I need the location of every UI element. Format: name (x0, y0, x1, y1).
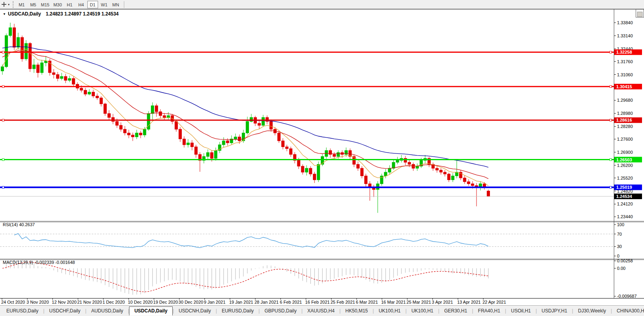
symbol-tab-usdjpy-h1[interactable]: USDJPY,H1 (537, 307, 572, 315)
candle (487, 191, 490, 196)
price-tick-label: 1.27600 (617, 137, 633, 142)
timeframe-button-m15[interactable]: M15 (39, 1, 51, 8)
price-tick-label: 1.24120 (617, 202, 633, 206)
symbol-tab-usdcad-daily[interactable]: USDCAD,Daily (129, 306, 172, 316)
symbol-tab-fra40-h1[interactable]: FRA40,H1 (473, 307, 505, 315)
hline-handle[interactable] (2, 159, 4, 161)
candle (262, 118, 264, 126)
candle (357, 164, 359, 168)
scroll-button[interactable] (637, 12, 642, 17)
hline-handle[interactable] (610, 119, 612, 121)
symbol-tab-dj30-weekly[interactable]: DJ30,Weekly (573, 307, 611, 315)
symbol-tab-china300-h1[interactable]: CHINA300,H1 (612, 307, 644, 315)
candle (80, 88, 83, 90)
candle (179, 129, 181, 139)
symbol-tab-gbpusd-daily[interactable]: GBPUSD,Daily (260, 307, 301, 315)
price-tick-label: 1.26200 (617, 163, 633, 168)
date-label: 19 Jan 2021 (229, 300, 253, 304)
candle (88, 92, 91, 94)
current-price-badge-label: 1.24534 (616, 194, 632, 199)
candle (467, 182, 470, 184)
candle (436, 168, 438, 170)
candle (214, 151, 217, 159)
symbol-tab-usdcnh-daily[interactable]: USDCNH,Daily (174, 307, 216, 315)
symbol-tab-audusd-daily[interactable]: AUDUSD,Daily (87, 307, 128, 315)
hline-handle[interactable] (610, 51, 612, 53)
candle (258, 123, 260, 125)
rsi-scale-label: 30 (617, 244, 622, 249)
candle (471, 184, 474, 186)
candle (238, 137, 241, 141)
candle (463, 178, 466, 182)
price-badge-label: 1.28616 (616, 118, 632, 122)
candle (21, 37, 23, 59)
symbol-tab-eurusd-daily[interactable]: EURUSD,Daily (217, 307, 258, 315)
candle (120, 125, 122, 129)
timeframe-toolbar: ▾ M1M5M15M30H1H4D1W1MN (0, 0, 644, 9)
timeframe-button-mn[interactable]: MN (110, 1, 121, 8)
timeframe-button-w1[interactable]: W1 (99, 1, 110, 8)
chevron-down-icon[interactable]: ▾ (8, 3, 10, 6)
hline-handle[interactable] (2, 51, 4, 53)
candle (206, 153, 209, 157)
candle (337, 153, 339, 157)
trading-terminal-window: ▾ M1M5M15M30H1H4D1W1MN 1.338401.331401.3… (0, 0, 644, 316)
candle (246, 121, 249, 133)
date-label: 19 Dec 2020 (153, 300, 178, 304)
hline-handle[interactable] (610, 85, 612, 87)
candle (1, 67, 4, 71)
hline-handle[interactable] (610, 186, 612, 188)
candle (408, 162, 411, 164)
hline-handle[interactable] (2, 186, 4, 188)
timeframe-button-h1[interactable]: H1 (64, 1, 75, 8)
candle (135, 133, 138, 137)
candle (187, 143, 189, 145)
date-label: 28 Jan 2021 (255, 300, 279, 304)
price-tick-label: 1.28980 (617, 111, 633, 116)
symbol-tab-usoil-h1[interactable]: USOil,H1 (506, 307, 536, 315)
price-chart: 1.338401.331401.324401.317601.310601.303… (0, 9, 644, 305)
symbol-tab-uk100-h1[interactable]: UK100,H1 (407, 307, 438, 315)
candle (104, 104, 106, 113)
toolbar-grip[interactable] (13, 1, 13, 8)
rsi-scale-label: 70 (617, 232, 622, 237)
candle (139, 133, 142, 135)
candle (84, 90, 87, 94)
price-tick-label: 1.31060 (617, 72, 633, 77)
candle (226, 141, 229, 143)
symbol-tab-usdchf-daily[interactable]: USDCHF,Daily (44, 307, 85, 315)
price-tick-label: 1.31760 (617, 59, 633, 64)
crosshair-icon[interactable] (1, 2, 7, 7)
date-label: 16 Mar 2021 (381, 300, 406, 304)
price-badge-label: 1.26503 (616, 157, 632, 162)
rsi-scale-label: 0 (617, 254, 619, 258)
candle (270, 121, 272, 129)
hline-handle[interactable] (2, 119, 4, 121)
symbol-tab-eurusd-daily[interactable]: EURUSD,Daily (2, 307, 43, 315)
candle (108, 114, 110, 118)
price-badge-label: 1.30415 (616, 84, 632, 89)
candle (127, 133, 130, 135)
candle (364, 176, 367, 184)
timeframe-button-m5[interactable]: M5 (28, 1, 39, 8)
candle (278, 133, 280, 141)
candle (443, 172, 446, 174)
symbol-tab-ger30-h1[interactable]: GER30,H1 (440, 307, 472, 315)
symbol-tabs: EURUSD,Daily|USDCHF,Daily|AUDUSD,Daily|U… (2, 306, 644, 316)
candle (56, 75, 59, 79)
hline-handle[interactable] (2, 85, 4, 87)
hline-handle[interactable] (610, 159, 612, 161)
symbol-tab-xauusd-h4[interactable]: XAUUSD,H4 (303, 307, 339, 315)
timeframe-button-m1[interactable]: M1 (16, 1, 27, 8)
symbol-tab-hk50-m15[interactable]: HK50,M15 (341, 307, 373, 315)
timeframe-button-m30[interactable]: M30 (52, 1, 63, 8)
timeframe-button-d1[interactable]: D1 (87, 1, 98, 8)
price-badge-label: 1.25019 (616, 185, 632, 190)
collapse-arrow-icon[interactable]: ▼ (3, 12, 6, 16)
symbol-tab-uk100-h1[interactable]: UK100,H1 (374, 307, 405, 315)
date-label: 30 Dec 2020 (179, 300, 203, 304)
date-label: 24 Oct 2020 (1, 300, 25, 304)
candle (234, 137, 237, 139)
candle (416, 166, 418, 168)
timeframe-button-h4[interactable]: H4 (76, 1, 87, 8)
